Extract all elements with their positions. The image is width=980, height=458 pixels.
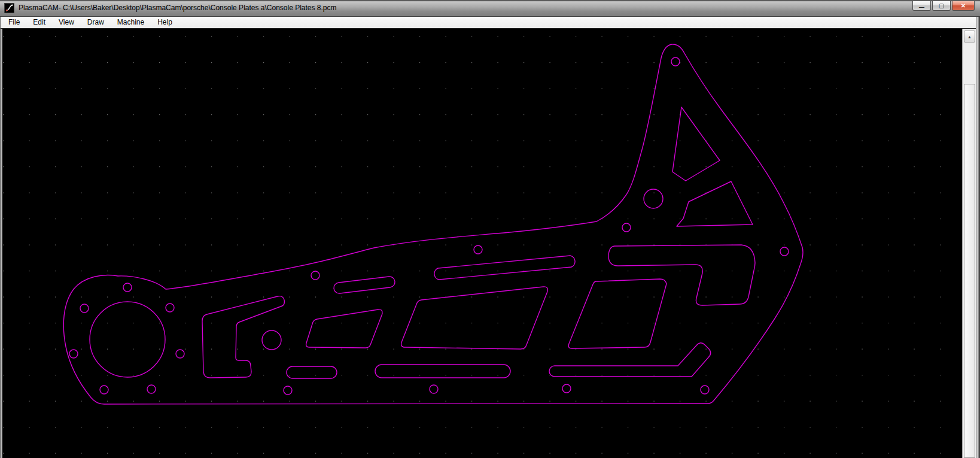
fin-circle-hole[interactable] [644,189,663,208]
bolt-hole[interactable] [430,385,438,393]
grid-dots [3,37,941,454]
cutout-quad-small[interactable] [306,310,383,348]
scroll-up-icon: ▲ [967,35,972,39]
menu-bar: File Edit View Draw Machine Help [1,17,976,29]
bolt-hole[interactable] [166,304,174,312]
scroll-up-button[interactable]: ▲ [964,31,975,43]
bolt-hole[interactable] [176,350,184,358]
plasmacam-window: { "window": { "title": "PlasmaCAM- C:\\U… [0,0,980,458]
bolt-hole[interactable] [69,350,78,358]
minimize-button[interactable]: — [912,1,931,11]
flange-center-hole[interactable] [90,302,165,377]
bolt-hole[interactable] [284,386,292,395]
mid-circle-hole[interactable] [262,330,281,350]
bolt-hole[interactable] [562,384,571,393]
cutout-bracket[interactable] [202,296,284,378]
window-controls: — ▢ ✕ [912,1,975,11]
menu-item-edit[interactable]: Edit [26,17,52,28]
cutout-fin-triangle[interactable] [672,107,720,181]
bolt-hole[interactable] [311,271,319,280]
bolt-hole[interactable] [474,245,482,254]
app-icon [4,3,14,13]
menu-item-help[interactable]: Help [151,17,179,28]
cutout-fin-quad[interactable] [677,181,753,226]
bolt-hole[interactable] [100,386,108,394]
window-title: PlasmaCAM- C:\Users\Baker\Desktop\Plasma… [19,4,337,12]
window-border-right [976,17,980,458]
cutout-slot-bottom-bent[interactable] [549,343,711,377]
bolt-hole[interactable] [701,386,709,394]
close-icon: ✕ [961,3,966,9]
menu-item-view[interactable]: View [52,17,81,28]
cad-drawing-layer[interactable] [0,0,980,458]
bolt-hole[interactable] [780,247,789,256]
bolt-hole[interactable] [147,385,156,393]
cutout-slot-bottom-2[interactable] [375,365,510,378]
menu-item-file[interactable]: File [1,17,26,28]
menu-item-draw[interactable]: Draw [81,17,111,28]
title-bar[interactable]: PlasmaCAM- C:\Users\Baker\Desktop\Plasma… [0,0,980,17]
scrollbar-thumb[interactable] [964,84,975,458]
part-geometry[interactable] [63,44,803,404]
bolt-hole[interactable] [80,304,89,313]
bolt-hole[interactable] [123,283,132,292]
cutout-slot-long-upper[interactable] [434,256,575,280]
cutout-trapezoid-1[interactable] [401,287,548,349]
close-button[interactable]: ✕ [952,1,975,11]
bolt-hole[interactable] [671,57,680,66]
maximize-button[interactable]: ▢ [932,1,951,11]
maximize-icon: ▢ [939,3,944,9]
cutout-trapezoid-2[interactable] [568,279,666,348]
cutout-slot-bottom-1[interactable] [287,366,337,378]
menu-item-machine[interactable]: Machine [111,17,151,28]
cutout-hook[interactable] [608,245,755,305]
minimize-icon: — [919,5,924,10]
window-border-left [0,17,2,458]
cutout-slot-short[interactable] [334,277,395,293]
vertical-scrollbar[interactable]: ▲ [962,29,976,458]
bolt-hole[interactable] [622,223,631,232]
